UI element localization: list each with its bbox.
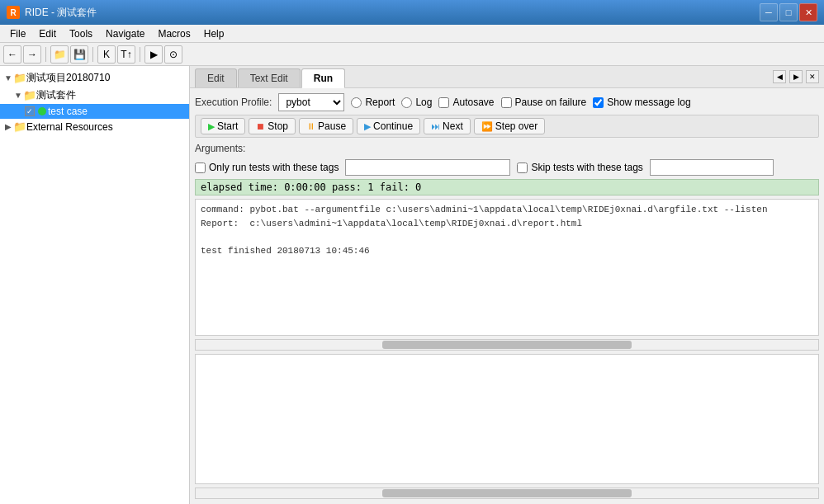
tabs-left: Edit Text Edit Run [195, 68, 345, 87]
pause-on-failure-group: Pause on failure [501, 97, 587, 108]
run-panel: Execution Profile: pybot jybot Report Lo… [190, 88, 824, 504]
step-over-button[interactable]: ⏩ Step over [474, 118, 545, 134]
log-line-4: test finished 20180713 10:45:46 [201, 244, 813, 258]
step-over-label: Step over [495, 120, 537, 132]
tab-close-btn[interactable]: ✕ [806, 70, 819, 83]
log-line-1: command: pybot.bat --argumentfile c:\use… [201, 203, 813, 217]
app-title: RIDE - 测试套件 [25, 6, 97, 20]
menu-navigate[interactable]: Navigate [99, 26, 151, 41]
project-label: 测试项目20180710 [26, 71, 110, 85]
toolbar-sep1 [45, 47, 46, 62]
tags-row: Only run tests with these tags Skip test… [195, 159, 819, 176]
lower-area [195, 354, 819, 484]
title-controls: ─ □ ✕ [760, 3, 817, 21]
tree-toggle-suite[interactable]: ▼ [13, 91, 23, 101]
menu-tools[interactable]: Tools [63, 26, 99, 41]
tree-item-testcase[interactable]: ✓ test case [0, 104, 189, 119]
toolbar-t[interactable]: T↑ [117, 45, 135, 64]
upper-scroll-thumb [382, 341, 632, 349]
pause-button[interactable]: ⏸ Pause [299, 118, 353, 134]
tab-edit[interactable]: Edit [195, 68, 237, 87]
suite-label: 测试套件 [36, 88, 76, 102]
menu-macros[interactable]: Macros [151, 26, 197, 41]
testcase-label: test case [48, 106, 88, 117]
tree-toggle-external[interactable]: ▶ [3, 122, 13, 132]
autosave-label: Autosave [452, 97, 494, 108]
menu-edit[interactable]: Edit [32, 26, 63, 41]
menu-bar: File Edit Tools Navigate Macros Help [0, 25, 824, 43]
show-message-log-checkbox[interactable] [593, 97, 604, 108]
step-over-icon: ⏩ [481, 121, 493, 132]
next-button[interactable]: ⏭ Next [424, 118, 471, 134]
report-radio-label: Report [365, 97, 395, 108]
report-radio-group: Report [351, 97, 395, 108]
tab-text-edit[interactable]: Text Edit [238, 68, 301, 87]
main-content: ▼ 📁 测试项目20180710 ▼ 📁 测试套件 ✓ test case ▶ … [0, 66, 824, 504]
app-icon: R [7, 6, 20, 19]
start-label: Start [217, 120, 238, 132]
tab-run[interactable]: Run [301, 68, 345, 88]
report-radio[interactable] [351, 97, 362, 108]
log-radio[interactable] [401, 97, 412, 108]
start-icon: ▶ [208, 121, 215, 132]
close-button[interactable]: ✕ [799, 3, 817, 21]
testcase-status-dot [38, 107, 46, 115]
title-bar: R RIDE - 测试套件 ─ □ ✕ [0, 0, 824, 25]
tab-next-btn[interactable]: ▶ [789, 70, 803, 83]
tree-item-suite[interactable]: ▼ 📁 测试套件 [0, 87, 189, 104]
control-row: ▶ Start ⏹ Stop ⏸ Pause ▶ Continue ⏭ Ne [195, 115, 819, 138]
toolbar-open[interactable]: 📁 [50, 45, 69, 64]
arguments-label: Arguments: [195, 143, 245, 154]
only-run-tags-input[interactable] [345, 159, 510, 176]
stop-button[interactable]: ⏹ Stop [249, 118, 296, 134]
autosave-checkbox[interactable] [438, 97, 449, 108]
lower-scrollbar[interactable] [195, 488, 819, 499]
log-radio-label: Log [415, 97, 432, 108]
toolbar-forward[interactable]: → [23, 45, 41, 64]
sidebar: ▼ 📁 测试项目20180710 ▼ 📁 测试套件 ✓ test case ▶ … [0, 66, 190, 504]
exec-profile-select[interactable]: pybot jybot [278, 93, 344, 111]
stop-icon: ⏹ [256, 121, 265, 131]
only-run-tags-label: Only run tests with these tags [209, 162, 339, 173]
toolbar-stop[interactable]: ⊙ [164, 45, 182, 64]
testcase-checkbox[interactable]: ✓ [25, 106, 35, 116]
tree-toggle-project[interactable]: ▼ [3, 73, 13, 83]
toolbar-back[interactable]: ← [3, 45, 21, 64]
pause-icon: ⏸ [306, 121, 315, 131]
tree-item-project[interactable]: ▼ 📁 测试项目20180710 [0, 69, 189, 87]
start-button[interactable]: ▶ Start [201, 118, 245, 134]
stop-label: Stop [268, 120, 288, 132]
folder-icon-external: 📁 [13, 120, 26, 133]
only-run-tags-checkbox[interactable] [195, 163, 206, 173]
menu-file[interactable]: File [3, 26, 32, 41]
maximize-button[interactable]: □ [779, 3, 798, 21]
log-area-container: elapsed time: 0:00:00 pass: 1 fail: 0 co… [195, 179, 819, 499]
toolbar-run[interactable]: ▶ [144, 45, 163, 64]
skip-tags-checkbox[interactable] [517, 163, 528, 173]
pause-on-failure-checkbox[interactable] [501, 97, 512, 108]
menu-help[interactable]: Help [197, 26, 231, 41]
log-header: elapsed time: 0:00:00 pass: 1 fail: 0 [195, 179, 819, 195]
tab-prev-btn[interactable]: ◀ [773, 70, 786, 83]
tree-item-external[interactable]: ▶ 📁 External Resources [0, 119, 189, 134]
next-icon: ⏭ [431, 121, 440, 131]
toolbar-k[interactable]: K [97, 45, 116, 64]
upper-scrollbar[interactable] [195, 339, 819, 351]
exec-profile-label: Execution Profile: [195, 97, 272, 108]
next-label: Next [443, 120, 463, 132]
minimize-button[interactable]: ─ [760, 3, 778, 21]
external-label: External Resources [26, 121, 113, 133]
pause-on-failure-label: Pause on failure [515, 97, 587, 108]
lower-scroll-thumb [382, 489, 632, 497]
pause-label: Pause [318, 120, 346, 132]
log-content-upper[interactable]: command: pybot.bat --argumentfile c:\use… [195, 199, 819, 336]
continue-button[interactable]: ▶ Continue [357, 118, 420, 134]
toolbar-sep3 [140, 47, 140, 62]
toolbar-sep2 [92, 47, 93, 62]
skip-tags-group: Skip tests with these tags [517, 162, 642, 173]
toolbar-save[interactable]: 💾 [70, 45, 88, 64]
skip-tags-input[interactable] [650, 159, 774, 176]
arguments-row: Arguments: [195, 141, 819, 156]
show-message-log-label: Show message log [607, 97, 690, 108]
tabs-right: ◀ ▶ ✕ [773, 70, 819, 83]
